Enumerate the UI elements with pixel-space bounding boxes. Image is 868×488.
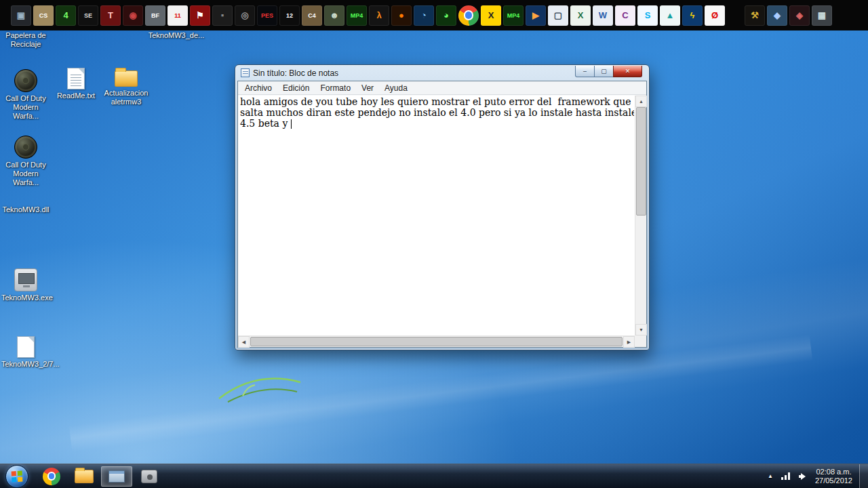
cod-mw3-shortcut-1-label: Call Of Duty Modern Warfa... [1, 94, 50, 121]
xpadder-icon[interactable]: X [481, 5, 501, 26]
notepad-text-content: hola amigos de you tube hoy les quiero m… [240, 96, 634, 129]
teal-triangle-app-icon[interactable]: ▲ [660, 5, 680, 26]
skype-icon[interactable]: S [637, 5, 658, 26]
system-tray: ▲ 02:08 a.m. 27/05/2012 [764, 464, 868, 488]
actualizacion-folder-label: Actualizacion aletrmw3 [102, 89, 151, 106]
teknomw3-27[interactable]: TeknoMW3_2/7... [1, 336, 50, 369]
f1-2011-icon[interactable]: 11 [167, 5, 188, 26]
menu-formato[interactable]: Formato [315, 83, 356, 93]
atube-catcher-icon[interactable]: ▶ [526, 5, 546, 26]
media-player-icon[interactable]: W [593, 5, 613, 26]
taskbar-active-app[interactable] [101, 466, 132, 487]
cod-mw3-shortcut-1[interactable]: Call Of Duty Modern Warfa... [1, 69, 50, 121]
monitor-app-icon[interactable]: ▣ [11, 5, 31, 26]
maximize-button[interactable]: ▢ [595, 66, 613, 77]
cod-mw3-shortcut-1-icon [14, 69, 37, 92]
counter-strike-icon[interactable]: CS [33, 5, 54, 26]
menu-ver[interactable]: Ver [356, 83, 379, 93]
scroll-right-button[interactable]: ▶ [623, 336, 635, 348]
text-caret [291, 119, 292, 129]
cod-emblem-icon[interactable]: ◉ [123, 5, 143, 26]
purple-app-icon[interactable]: C [615, 5, 635, 26]
teknomw3-dll[interactable]: TeknoMW3.dll [1, 203, 50, 214]
horizontal-scrollbar[interactable]: ◀ ▶ [238, 336, 635, 347]
close-button[interactable]: ✕ [613, 66, 642, 77]
left4dead-icon[interactable]: 4 [56, 5, 76, 26]
minimize-button[interactable]: – [575, 66, 595, 77]
soldier-app-icon[interactable]: ☻ [324, 5, 344, 26]
volume-icon[interactable] [799, 472, 807, 481]
red-flag-app-icon[interactable]: ⚑ [190, 5, 210, 26]
thunder-app-icon[interactable]: ϟ [682, 5, 703, 26]
teknomw3-exe-label: TeknoMW3.exe [1, 293, 50, 302]
mp4-hd-icon[interactable]: MP4 [503, 5, 524, 26]
teknomw3-exe-icon [14, 268, 37, 291]
cod4-icon[interactable]: C4 [302, 5, 322, 26]
actualizacion-folder[interactable]: Actualizacion aletrmw3 [102, 65, 151, 106]
notepad-window: Sin título: Bloc de notas – ▢ ✕ ArchivoE… [235, 64, 650, 350]
readme-txt-label: ReadMe.txt [52, 92, 100, 100]
vertical-scrollbar[interactable]: ▲ ▼ [635, 96, 646, 336]
tray-icons: ▲ [764, 472, 811, 481]
top-toolbar-icons: ▣CS4SET◉BF11⚑▪◎PES12C4☻MP4λ●◔◕XMP4▶▢XWCS… [0, 0, 868, 30]
readme-txt-icon [67, 68, 85, 89]
scroll-down-button[interactable]: ▼ [635, 324, 647, 336]
half-life2-icon[interactable]: ● [391, 5, 412, 26]
chrome-icon [43, 468, 60, 485]
cod-mw3-shortcut-2-label: Call Of Duty Modern Warfa... [1, 161, 50, 187]
taskbar-clock[interactable]: 02:08 a.m. 27/05/2012 [811, 468, 859, 485]
taskbar-recorder-app[interactable] [134, 466, 165, 487]
clock-date: 27/05/2012 [815, 476, 852, 485]
sniper-elite-icon[interactable]: SE [78, 5, 98, 26]
teknomw3-27-label: TeknoMW3_2/7... [1, 360, 50, 369]
scrollbar-corner [635, 336, 646, 347]
red-installer-icon[interactable]: T [100, 5, 121, 26]
teknomw3-exe[interactable]: TeknoMW3.exe [1, 268, 50, 302]
pes12-alt-icon[interactable]: 12 [279, 5, 300, 26]
start-button[interactable] [5, 465, 28, 488]
window-app-icon[interactable]: ▢ [548, 5, 568, 26]
notepad-icon [241, 68, 250, 77]
pes12-icon[interactable]: PES [257, 5, 277, 26]
excel-icon[interactable]: X [570, 5, 591, 26]
readme-txt[interactable]: ReadMe.txt [52, 68, 100, 100]
blue-round-app-icon[interactable]: ◔ [414, 5, 434, 26]
recycle-bin[interactable]: Papelera de Reciclaje [1, 31, 50, 49]
menu-edicion[interactable]: Edición [277, 83, 315, 93]
blue-utility-icon[interactable]: ◆ [767, 5, 787, 26]
notepad-client-area: ArchivoEdiciónFormatoVerAyuda hola amigo… [237, 81, 647, 348]
chrome-icon[interactable] [458, 5, 479, 26]
green-round-app-icon[interactable]: ◕ [436, 5, 456, 26]
no-entry-app-icon[interactable]: Ø [705, 5, 725, 26]
app-window-icon [108, 470, 125, 483]
vertical-scrollbar-thumb[interactable] [636, 107, 646, 216]
taskbar: ▲ 02:08 a.m. 27/05/2012 [0, 464, 868, 488]
notepad-text[interactable]: hola amigos de you tube hoy les quiero m… [240, 96, 634, 335]
dark-red-app-icon[interactable]: ◈ [789, 5, 810, 26]
scroll-left-button[interactable]: ◀ [238, 336, 250, 348]
mp4-converter-icon[interactable]: MP4 [347, 5, 367, 26]
teknomw3-de-item[interactable]: TeknoMW3_de... [142, 31, 210, 40]
actualizacion-folder-icon [115, 70, 138, 87]
window-controls: – ▢ ✕ [575, 66, 642, 77]
hidden-icons-button[interactable]: ▲ [764, 473, 777, 479]
teknomw3-dll-label: TeknoMW3.dll [1, 205, 50, 214]
scroll-up-button[interactable]: ▲ [635, 96, 647, 107]
network-icon[interactable] [781, 472, 791, 480]
dark-app-icon[interactable]: ▪ [212, 5, 233, 26]
taskbar-explorer[interactable] [68, 466, 100, 487]
menu-ayuda[interactable]: Ayuda [379, 83, 413, 93]
notepad-edit-area[interactable]: hola amigos de you tube hoy les quiero m… [238, 96, 646, 347]
repair-tools-icon[interactable]: ⚒ [745, 5, 765, 26]
disc-app-icon[interactable]: ◎ [235, 5, 255, 26]
menu-archivo[interactable]: Archivo [239, 83, 277, 93]
grey-box-app-icon[interactable]: ▦ [812, 5, 832, 26]
cod-mw3-shortcut-2[interactable]: Call Of Duty Modern Warfa... [1, 136, 50, 187]
horizontal-scrollbar-thumb[interactable] [250, 337, 623, 346]
show-desktop-button[interactable] [859, 464, 868, 488]
taskbar-chrome[interactable] [36, 466, 67, 487]
app-icon [141, 470, 157, 483]
window-title: Sin título: Bloc de notas [253, 68, 338, 78]
battlefield-icon[interactable]: BF [145, 5, 165, 26]
half-life-icon[interactable]: λ [369, 5, 389, 26]
